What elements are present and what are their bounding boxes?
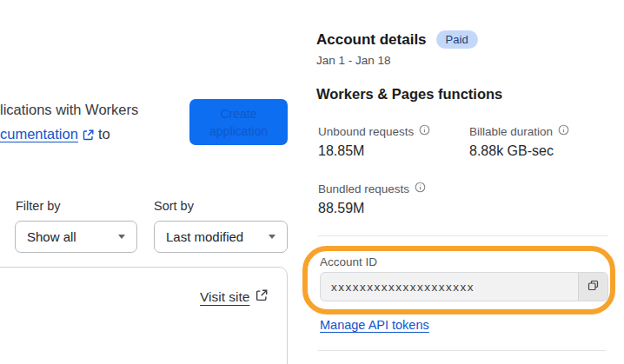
metric-bundled-requests: Bundled requests 88.59M xyxy=(318,182,466,216)
filter-by-label: Filter by xyxy=(16,199,61,213)
info-icon[interactable] xyxy=(415,182,426,195)
account-details-header: Account details Paid xyxy=(316,30,478,49)
metric-billable-duration: Billable duration 8.88k GB-sec xyxy=(469,124,617,159)
info-icon[interactable] xyxy=(558,124,569,138)
metric-unbound-requests: Unbound requests 18.85M xyxy=(318,124,466,159)
plan-badge: Paid xyxy=(436,30,478,49)
visit-site-link[interactable]: Visit site xyxy=(200,289,268,305)
external-link-icon xyxy=(256,289,268,305)
metric-value: 8.88k GB-sec xyxy=(469,143,617,159)
copy-icon xyxy=(587,279,600,295)
metric-label: Billable duration xyxy=(469,125,553,138)
account-id-field-group xyxy=(320,272,608,301)
divider xyxy=(318,350,606,351)
date-range: Jan 1 - Jan 18 xyxy=(316,54,391,67)
copy-account-id-button[interactable] xyxy=(578,273,607,301)
divider xyxy=(318,235,608,236)
sort-by-label: Sort by xyxy=(154,199,194,213)
intro-text: lications with Workers cumentationto xyxy=(0,97,187,148)
documentation-link[interactable]: cumentation xyxy=(0,126,78,142)
sort-select[interactable]: Last modified xyxy=(154,221,288,253)
metric-value: 18.85M xyxy=(318,143,466,159)
account-id-label: Account ID xyxy=(320,255,377,268)
info-icon[interactable] xyxy=(419,124,430,138)
visit-site-label: Visit site xyxy=(200,289,249,305)
metric-value: 88.59M xyxy=(318,201,466,216)
functions-section-title: Workers & Pages functions xyxy=(316,86,502,103)
filter-select[interactable]: Show all xyxy=(15,221,137,253)
project-card xyxy=(0,267,288,364)
intro-line-2: cumentationto xyxy=(0,122,187,148)
chevron-down-icon xyxy=(118,235,125,239)
external-link-icon xyxy=(83,123,94,148)
intro-line-1: lications with Workers xyxy=(0,97,187,122)
metric-label: Unbound requests xyxy=(318,125,414,138)
metric-label: Bundled requests xyxy=(318,182,409,195)
chevron-down-icon xyxy=(269,235,275,239)
manage-api-tokens-link[interactable]: Manage API tokens xyxy=(320,318,429,332)
intro-line-1-text: lications with Workers xyxy=(0,102,138,117)
account-details-title: Account details xyxy=(316,31,427,49)
sort-select-value: Last modified xyxy=(166,229,243,244)
intro-after-text: to xyxy=(98,126,110,142)
create-application-button[interactable]: Create application xyxy=(189,99,288,145)
filter-select-value: Show all xyxy=(27,229,76,244)
account-id-input[interactable] xyxy=(321,281,578,294)
